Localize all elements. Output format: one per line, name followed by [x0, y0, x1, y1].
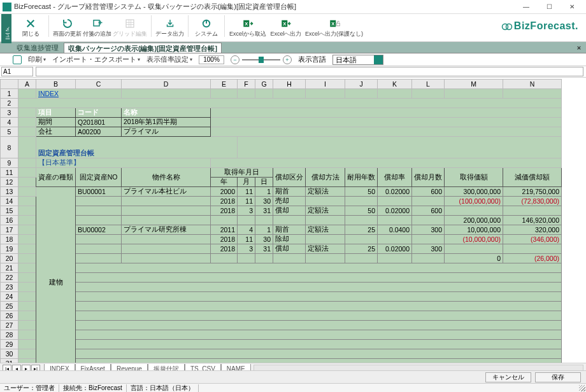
cell[interactable]: 25	[345, 244, 378, 254]
cell[interactable]	[211, 216, 238, 225]
cell[interactable]	[76, 273, 562, 283]
cell[interactable]: 2018	[211, 235, 238, 244]
cell[interactable]: 償却	[273, 244, 306, 254]
cell[interactable]	[412, 235, 445, 244]
row-header[interactable]: 19	[1, 244, 18, 254]
row-header[interactable]: 24	[1, 292, 18, 302]
system-button[interactable]: システム	[192, 15, 220, 41]
cell[interactable]	[76, 244, 122, 254]
cell[interactable]	[306, 197, 345, 206]
cell[interactable]	[273, 254, 306, 263]
excel-export-button[interactable]: X Excelへ出力	[268, 15, 304, 41]
cell[interactable]	[378, 216, 412, 225]
cell[interactable]	[76, 235, 122, 244]
cell[interactable]: 除却	[273, 235, 306, 244]
cell[interactable]	[76, 349, 562, 359]
cell[interactable]: 3	[238, 244, 255, 254]
cell[interactable]	[122, 235, 211, 244]
row-header[interactable]: 4	[1, 118, 18, 127]
cell[interactable]: 売却	[273, 197, 306, 206]
row-header[interactable]: 27	[1, 321, 18, 330]
col-header[interactable]: B	[36, 80, 76, 89]
cell[interactable]: 600	[412, 187, 445, 197]
cell[interactable]	[306, 216, 345, 225]
col-header[interactable]: H	[273, 80, 306, 89]
cell[interactable]: プライマル本社ビル	[122, 187, 211, 197]
row-header[interactable]: 11	[1, 168, 18, 178]
cell[interactable]: 0.0400	[378, 225, 412, 235]
zoom-value[interactable]: 100%	[199, 55, 224, 64]
cell[interactable]	[76, 263, 562, 273]
language-select[interactable]: 日本語	[332, 55, 383, 65]
cell[interactable]: 25	[345, 225, 378, 235]
cell[interactable]: 0.02000	[378, 187, 412, 197]
col-header[interactable]: G	[255, 80, 273, 89]
cell[interactable]: 219,750,000	[503, 187, 562, 197]
row-header[interactable]: 13	[1, 187, 18, 197]
cancel-button[interactable]: キャンセル	[485, 372, 531, 382]
cell[interactable]: 1	[255, 187, 273, 197]
corner-cell[interactable]	[1, 80, 18, 89]
cell[interactable]: 期首	[273, 225, 306, 235]
row-header[interactable]: 1	[1, 89, 18, 99]
cell[interactable]	[76, 330, 562, 340]
zoom-slider[interactable]: − +	[231, 55, 292, 64]
tab-progress[interactable]: 収集進捗管理	[13, 43, 62, 53]
cell[interactable]	[503, 244, 562, 254]
row-header[interactable]: 9	[1, 158, 18, 168]
excel-export-noprotect-button[interactable]: X Excelへ出力(保護なし)	[305, 15, 363, 41]
zoom-setting-dropdown[interactable]: 表示倍率設定	[146, 55, 192, 64]
side-menu-tab[interactable]: メニュー	[1, 14, 11, 43]
row-header[interactable]: 20	[1, 254, 18, 263]
cell[interactable]	[76, 216, 122, 225]
cell[interactable]: 定額法	[306, 244, 345, 254]
cell[interactable]	[122, 206, 211, 216]
window-close-button[interactable]: ✕	[561, 1, 583, 13]
data-export-button[interactable]: データ出力	[155, 15, 184, 41]
resize-grip[interactable]	[579, 385, 585, 391]
cell[interactable]: 300	[412, 244, 445, 254]
cell[interactable]: 0	[445, 254, 503, 263]
cell[interactable]: 200,000,000	[445, 216, 503, 225]
save-button[interactable]: 保存	[535, 372, 581, 382]
tab-close-button[interactable]: ×	[575, 44, 583, 52]
cell[interactable]	[238, 254, 255, 263]
cell[interactable]	[76, 311, 562, 321]
cell[interactable]	[378, 197, 412, 206]
cell[interactable]: 期首	[273, 187, 306, 197]
import-export-dropdown[interactable]: インポート・エクスポート	[52, 55, 140, 64]
excel-import-button[interactable]: X Excelから取込	[229, 15, 267, 41]
cell[interactable]: 1	[255, 225, 273, 235]
cell[interactable]: BU00001	[76, 187, 122, 197]
cell[interactable]	[503, 206, 562, 216]
cell[interactable]	[273, 216, 306, 225]
row-header[interactable]: 29	[1, 340, 18, 349]
add-note-button[interactable]: 付箋の追加	[83, 15, 111, 41]
cell[interactable]: 定額法	[306, 187, 345, 197]
cell[interactable]	[345, 254, 378, 263]
cell[interactable]: 4	[238, 225, 255, 235]
cell[interactable]: (10,000,000)	[445, 235, 503, 244]
cell[interactable]	[76, 283, 562, 292]
cell[interactable]: 300	[412, 225, 445, 235]
cell[interactable]	[378, 254, 412, 263]
refresh-button[interactable]: 画面の更新	[53, 15, 82, 41]
row-header[interactable]: 3	[1, 108, 18, 118]
col-header[interactable]: A	[18, 80, 36, 89]
cell[interactable]: 2018	[211, 244, 238, 254]
cell[interactable]	[76, 321, 562, 330]
col-header[interactable]: I	[306, 80, 345, 89]
col-header[interactable]: N	[503, 80, 562, 89]
cell[interactable]: 定額法	[306, 206, 345, 216]
row-header[interactable]: 22	[1, 273, 18, 283]
cell[interactable]	[345, 235, 378, 244]
cell[interactable]	[255, 254, 273, 263]
col-header[interactable]: F	[238, 80, 255, 89]
cell[interactable]	[76, 292, 562, 302]
col-header[interactable]: E	[211, 80, 238, 89]
cell[interactable]	[412, 254, 445, 263]
row-header[interactable]: 25	[1, 302, 18, 311]
tab-package-edit[interactable]: 収集パッケージの表示(編集)[固定資産管理台帳]	[64, 43, 222, 53]
index-link[interactable]: INDEX	[36, 89, 122, 99]
cell[interactable]	[345, 197, 378, 206]
